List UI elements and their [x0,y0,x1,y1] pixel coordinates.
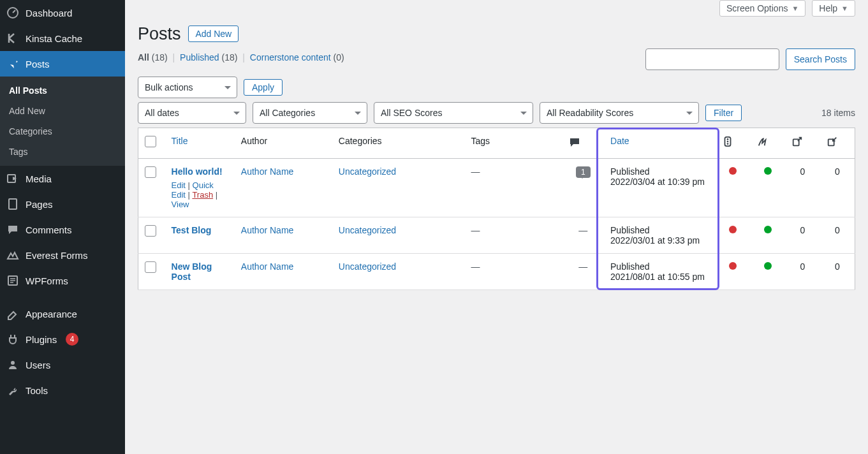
outgoing-links-icon [791,136,804,149]
col-title[interactable]: Title [172,136,188,146]
category-link[interactable]: Uncategorized [339,166,396,177]
date-value: 2022/03/04 at 10:39 pm [610,177,705,187]
appearance-icon [6,307,19,320]
svg-point-4 [11,361,15,365]
filter-readability-select[interactable]: All Readability Scores [540,102,699,124]
menu-label: Pages [26,199,53,210]
filter-published-count: (18) [222,52,238,62]
incoming-links-value: 0 [835,166,840,177]
svg-point-7 [727,141,729,143]
menu-wpforms[interactable]: WPForms [0,268,125,293]
comments-value: — [578,225,587,235]
items-count: 18 items [821,108,855,118]
view-link[interactable]: View [172,200,189,209]
filter-all-count: (18) [152,52,168,62]
menu-label: Everest Forms [26,250,88,261]
help-button[interactable]: Help ▼ [812,0,855,17]
everest-icon [6,249,19,261]
trash-link[interactable]: Trash [192,190,213,200]
bulk-actions-select[interactable]: Bulk actions [138,77,237,98]
menu-label: Posts [26,59,50,70]
menu-label: WPForms [26,275,68,286]
edit-link[interactable]: Edit [172,180,186,190]
comment-icon [6,223,19,236]
submenu-all-posts[interactable]: All Posts [0,80,125,101]
search-posts-button[interactable]: Search Posts [786,48,855,70]
menu-appearance[interactable]: Appearance [0,301,125,326]
dashboard-icon [6,6,19,19]
wpforms-icon [6,274,19,287]
table-row: Hello world!Edit | Quick Edit | Trash | … [138,159,855,217]
comments-value: — [578,261,587,272]
svg-point-6 [727,138,729,140]
post-title-link[interactable]: Test Blog [172,225,212,235]
plugins-update-badge: 4 [66,333,78,346]
row-checkbox[interactable] [145,261,156,273]
date-status: Published [610,261,650,272]
incoming-links-value: 0 [835,261,840,272]
col-categories: Categories [332,128,465,159]
date-value: 2021/08/01 at 10:55 pm [610,272,705,282]
menu-dashboard[interactable]: Dashboard [0,0,125,26]
menu-label: Dashboard [26,8,72,18]
menu-label: Media [26,173,52,184]
users-icon [6,358,19,371]
plugins-icon [6,333,19,346]
submenu-tags[interactable]: Tags [0,142,125,162]
menu-everest-forms[interactable]: Everest Forms [0,242,125,268]
filter-categories-select[interactable]: All Categories [253,102,367,124]
category-link[interactable]: Uncategorized [339,225,396,235]
comments-count-bubble[interactable]: 1 [576,166,591,178]
caret-down-icon: ▼ [791,4,798,12]
filter-published-link[interactable]: Published [180,52,219,62]
submenu-categories[interactable]: Categories [0,121,125,142]
menu-posts[interactable]: Posts [0,51,125,77]
svg-point-8 [727,143,729,145]
category-link[interactable]: Uncategorized [339,261,396,272]
page-icon [6,198,19,210]
filter-seo-select[interactable]: All SEO Scores [374,102,533,124]
author-link[interactable]: Author Name [241,166,293,177]
row-checkbox[interactable] [145,166,156,178]
caret-down-icon: ▼ [841,4,848,12]
filter-dates-select[interactable]: All dates [138,102,246,124]
screen-options-label: Screen Options [726,3,788,13]
tools-icon [6,384,19,397]
author-link[interactable]: Author Name [241,261,293,272]
menu-label: Appearance [26,309,77,319]
menu-kinsta-cache[interactable]: Kinsta Cache [0,26,125,51]
incoming-links-value: 0 [835,225,840,235]
post-title-link[interactable]: New Blog Post [172,261,212,282]
incoming-links-icon [827,136,839,149]
select-all-checkbox[interactable] [145,136,156,147]
readability-icon [757,136,770,149]
menu-tools[interactable]: Tools [0,377,125,403]
add-new-button[interactable]: Add New [188,26,239,42]
screen-options-button[interactable]: Screen Options ▼ [719,0,805,17]
menu-plugins[interactable]: Plugins 4 [0,326,125,352]
seo-score-icon [722,136,735,149]
menu-label: Kinsta Cache [26,33,82,44]
menu-media[interactable]: Media [0,166,125,191]
pin-icon [6,57,19,70]
tags-value: — [471,261,480,272]
filter-all-label[interactable]: All [138,52,149,62]
date-value: 2022/03/01 at 9:33 pm [610,235,700,245]
submenu-add-new[interactable]: Add New [0,101,125,121]
search-input[interactable] [645,48,779,70]
menu-label: Plugins [26,334,57,345]
filter-button[interactable]: Filter [705,105,742,121]
author-link[interactable]: Author Name [241,225,293,235]
menu-users[interactable]: Users [0,352,125,377]
apply-button[interactable]: Apply [244,79,283,96]
menu-pages[interactable]: Pages [0,191,125,217]
menu-label: Users [26,360,50,370]
posts-table: Title Author Categories Tags Date Hello … [138,128,855,290]
outgoing-links-value: 0 [800,261,805,272]
filter-cornerstone-link[interactable]: Cornerstone content [250,52,331,62]
row-checkbox[interactable] [145,225,156,237]
submenu-posts: All Posts Add New Categories Tags [0,77,125,166]
col-date[interactable]: Date [610,136,629,146]
post-title-link[interactable]: Hello world! [172,166,223,177]
menu-comments[interactable]: Comments [0,217,125,242]
